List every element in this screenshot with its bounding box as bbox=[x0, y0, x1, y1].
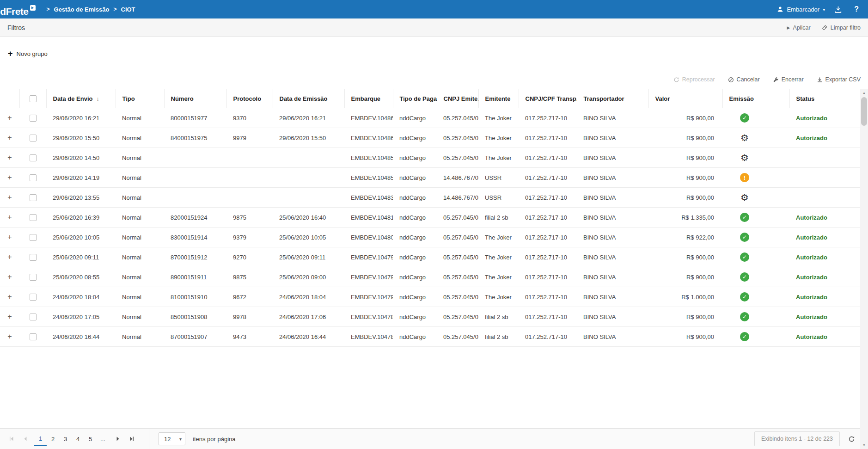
cell-cnpj-emitente: 05.257.045/0... bbox=[437, 287, 478, 307]
breadcrumb: > Gestão de Emissão > CIOT bbox=[47, 6, 135, 13]
scrollbar-thumb[interactable] bbox=[861, 97, 867, 126]
cell-numero: 89000151911 bbox=[164, 267, 226, 287]
pager-next-button[interactable] bbox=[111, 429, 125, 449]
cell-embarque: EMBDEV.104862 bbox=[344, 108, 393, 128]
expand-row-button[interactable]: + bbox=[7, 253, 12, 261]
refresh-icon bbox=[673, 77, 679, 83]
pager-page-3[interactable]: 3 bbox=[59, 432, 72, 446]
cell-cnpj-emitente: 05.257.045/0... bbox=[437, 247, 478, 267]
pager-page-5[interactable]: 5 bbox=[84, 432, 97, 446]
cell-cnpj-emitente: 05.257.045/0... bbox=[437, 128, 478, 148]
table-row: + 25/06/2020 10:05 Normal 83000151914 93… bbox=[0, 228, 860, 247]
row-checkbox[interactable] bbox=[30, 174, 37, 181]
pager-page-2[interactable]: 2 bbox=[47, 432, 59, 446]
cell-emitente: The Joker bbox=[478, 287, 519, 307]
row-checkbox[interactable] bbox=[30, 194, 37, 201]
col-valor[interactable]: Valor bbox=[648, 89, 722, 108]
cell-expand: + bbox=[0, 128, 19, 148]
user-icon bbox=[777, 6, 783, 12]
col-tipo-pagamento[interactable]: Tipo de Paga... bbox=[393, 89, 437, 108]
cell-cnpj-cpf-transportador: 017.252.717-10 bbox=[519, 148, 577, 168]
col-data-de-envio[interactable]: Data de Envio↓ bbox=[46, 89, 116, 108]
cell-tipo: Normal bbox=[116, 327, 164, 347]
pager-page-4[interactable]: 4 bbox=[72, 432, 84, 446]
col-cnpj-emitente[interactable]: CNPJ Emite... bbox=[437, 89, 478, 108]
refresh-button[interactable] bbox=[848, 436, 855, 443]
cell-status: Autorizado bbox=[789, 307, 860, 327]
expand-row-button[interactable]: + bbox=[7, 293, 12, 301]
cell-data-de-envio: 25/06/2020 08:55 bbox=[46, 267, 116, 287]
profile-menu[interactable]: Embarcador ▾ bbox=[777, 6, 825, 13]
apply-filter-button[interactable]: ▶ Aplicar bbox=[787, 25, 811, 31]
export-csv-button[interactable]: Exportar CSV bbox=[817, 76, 861, 83]
page-size-select[interactable]: 12 ▾ bbox=[159, 432, 185, 445]
row-checkbox[interactable] bbox=[30, 154, 37, 161]
new-group-button[interactable]: + Novo grupo bbox=[8, 49, 48, 58]
row-checkbox[interactable] bbox=[30, 234, 37, 241]
pager-first-button[interactable] bbox=[5, 429, 18, 449]
col-embarque[interactable]: Embarque bbox=[344, 89, 393, 108]
pager-prev-button[interactable] bbox=[18, 429, 32, 449]
cell-emissao: ✓ bbox=[722, 247, 789, 267]
pager-bar: 12345... 12 ▾ itens por página Exibindo … bbox=[0, 428, 868, 449]
row-checkbox[interactable] bbox=[30, 333, 37, 340]
expand-row-button[interactable]: + bbox=[7, 173, 12, 181]
col-cnpj-cpf-transportador[interactable]: CNPJ/CPF Transp... bbox=[519, 89, 577, 108]
cell-data-de-envio: 24/06/2020 17:05 bbox=[46, 307, 116, 327]
col-transportador[interactable]: Transportador bbox=[577, 89, 648, 108]
cell-cnpj-emitente: 14.486.767/0... bbox=[437, 168, 478, 188]
row-checkbox[interactable] bbox=[30, 135, 37, 141]
row-checkbox[interactable] bbox=[30, 294, 37, 301]
expand-row-button[interactable]: + bbox=[7, 114, 12, 122]
cell-data-de-envio: 29/06/2020 16:21 bbox=[46, 108, 116, 128]
col-data-de-emissao[interactable]: Data de Emissão bbox=[273, 89, 344, 108]
sort-desc-icon: ↓ bbox=[96, 96, 99, 102]
breadcrumb-ciot[interactable]: CIOT bbox=[121, 6, 135, 13]
cell-tipo-pagamento: nddCargo bbox=[393, 128, 437, 148]
select-all-checkbox[interactable] bbox=[30, 95, 37, 102]
col-protocolo[interactable]: Protocolo bbox=[226, 89, 273, 108]
table-row: + 29/06/2020 16:21 Normal 80000151977 93… bbox=[0, 108, 860, 128]
cancel-button[interactable]: Cancelar bbox=[728, 76, 760, 83]
download-button[interactable] bbox=[834, 6, 842, 13]
cell-numero: 83000151914 bbox=[164, 228, 226, 247]
cell-emissao: ✓ bbox=[722, 228, 789, 247]
expand-row-button[interactable]: + bbox=[7, 273, 12, 281]
scroll-up-arrow[interactable]: ▲ bbox=[860, 89, 868, 97]
expand-row-button[interactable]: + bbox=[7, 134, 12, 141]
col-numero[interactable]: Número bbox=[164, 89, 226, 108]
pager-last-button[interactable] bbox=[125, 429, 139, 449]
reprocess-button[interactable]: Reprocessar bbox=[673, 76, 715, 83]
row-checkbox[interactable] bbox=[30, 214, 37, 221]
close-ciot-button[interactable]: Encerrar bbox=[773, 76, 804, 83]
col-status[interactable]: Status bbox=[789, 89, 860, 108]
emission-success-icon: ✓ bbox=[740, 312, 749, 321]
table-row: + 29/06/2020 14:50 Normal EMBDEV.104857 … bbox=[0, 148, 860, 168]
cell-expand: + bbox=[0, 208, 19, 228]
col-expand bbox=[0, 89, 19, 108]
expand-row-button[interactable]: + bbox=[7, 193, 12, 201]
col-tipo[interactable]: Tipo bbox=[116, 89, 164, 108]
col-emissao[interactable]: Emissão bbox=[722, 89, 789, 108]
cell-data-de-emissao: 25/06/2020 10:05 bbox=[273, 228, 344, 247]
cell-numero: 80000151977 bbox=[164, 108, 226, 128]
pager-page-1[interactable]: 1 bbox=[34, 432, 47, 446]
col-emitente[interactable]: Emitente bbox=[478, 89, 519, 108]
vertical-scrollbar[interactable]: ▲ ▼ bbox=[860, 89, 868, 449]
row-checkbox[interactable] bbox=[30, 115, 37, 122]
pager-more-button[interactable]: ... bbox=[97, 432, 109, 446]
row-checkbox[interactable] bbox=[30, 314, 37, 320]
help-button[interactable]: ? bbox=[851, 5, 862, 13]
expand-row-button[interactable]: + bbox=[7, 154, 12, 161]
expand-row-button[interactable]: + bbox=[7, 332, 12, 340]
expand-row-button[interactable]: + bbox=[7, 213, 12, 221]
expand-row-button[interactable]: + bbox=[7, 233, 12, 241]
row-checkbox[interactable] bbox=[30, 274, 37, 281]
breadcrumb-gestao-emissao[interactable]: Gestão de Emissão bbox=[54, 6, 110, 13]
pager-right: Exibindo itens 1 - 12 de 223 bbox=[754, 431, 855, 446]
expand-row-button[interactable]: + bbox=[7, 313, 12, 320]
row-checkbox[interactable] bbox=[30, 254, 37, 261]
clear-filter-button[interactable]: Limpar filtro bbox=[822, 25, 861, 31]
cell-emitente: filial 2 sb bbox=[478, 208, 519, 228]
scroll-down-arrow[interactable]: ▼ bbox=[860, 441, 868, 449]
